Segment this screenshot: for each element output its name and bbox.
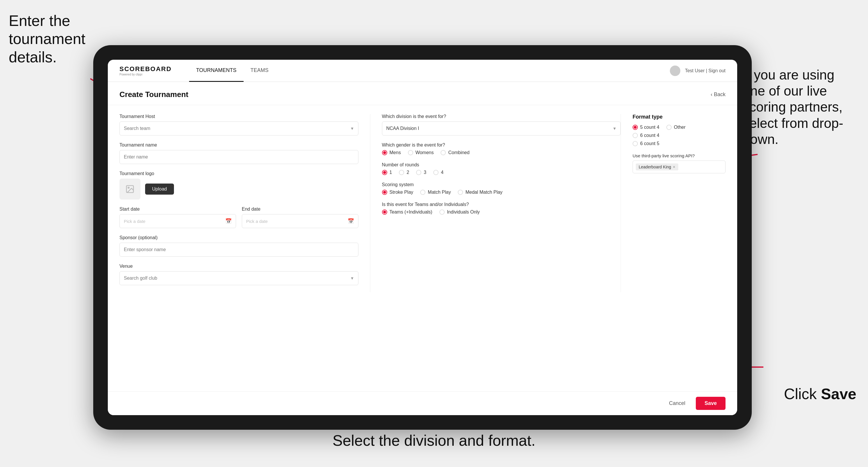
nav-link-teams[interactable]: TEAMS	[244, 60, 276, 82]
rounds-label: Number of rounds	[382, 162, 621, 167]
annotation-bottomright: Click Save	[784, 385, 856, 403]
scoring-label: Scoring system	[382, 182, 621, 187]
event-type-individuals-label: Individuals Only	[447, 210, 480, 215]
format-col: Format type 5 count 4 Other	[621, 114, 725, 292]
event-type-label: Is this event for Teams and/or Individua…	[382, 202, 621, 207]
start-date-input[interactable]: Pick a date 📅	[120, 214, 236, 228]
rounds-1-radio[interactable]	[382, 170, 387, 175]
nav-link-tournaments[interactable]: TOURNAMENTS	[189, 60, 244, 82]
gender-combined[interactable]: Combined	[440, 150, 469, 155]
rounds-3-label: 3	[424, 170, 426, 175]
back-button[interactable]: ‹ Back	[711, 91, 725, 98]
form-body: Tournament Host ▼ Tournament name Tourna…	[108, 105, 737, 301]
page-header: Create Tournament ‹ Back	[108, 82, 737, 105]
date-row-group: Start date Pick a date 📅 End date Pick a…	[120, 207, 359, 228]
gender-womens-label: Womens	[415, 150, 434, 155]
scoring-medal-match-radio[interactable]	[458, 190, 463, 195]
rounds-radio-group: 1 2 3 4	[382, 170, 621, 175]
api-tag-remove[interactable]: ×	[673, 165, 675, 169]
format-other[interactable]: Other	[666, 125, 686, 130]
format-type-group: Format type 5 count 4 Other	[632, 114, 725, 146]
event-type-teams-radio[interactable]	[382, 210, 387, 215]
end-date-input[interactable]: Pick a date 📅	[242, 214, 359, 228]
gender-womens-radio[interactable]	[408, 150, 413, 155]
gender-combined-label: Combined	[448, 150, 469, 155]
tablet-screen: SCOREBOARD Powered by clippi TOURNAMENTS…	[108, 60, 737, 415]
sponsor-group: Sponsor (optional)	[120, 235, 359, 257]
tournament-host-group: Tournament Host ▼	[120, 114, 359, 135]
rounds-2-label: 2	[406, 170, 409, 175]
rounds-group: Number of rounds 1 2	[382, 162, 621, 175]
format-5count4-label: 5 count 4	[640, 125, 659, 130]
event-type-radio-group: Teams (+Individuals) Individuals Only	[382, 210, 621, 215]
event-type-individuals[interactable]: Individuals Only	[439, 210, 480, 215]
division-select[interactable]: NCAA Division I	[382, 122, 621, 135]
save-button[interactable]: Save	[696, 397, 725, 410]
api-tag-value: Leaderboard King	[639, 165, 671, 169]
format-type-label: Format type	[632, 114, 725, 120]
rounds-4[interactable]: 4	[433, 170, 443, 175]
rounds-3[interactable]: 3	[416, 170, 426, 175]
format-6count4-radio[interactable]	[632, 133, 638, 138]
gender-combined-radio[interactable]	[440, 150, 446, 155]
rounds-2[interactable]: 2	[399, 170, 409, 175]
format-6count4[interactable]: 6 count 4	[632, 133, 725, 138]
api-tag-input[interactable]: Leaderboard King ×	[632, 160, 725, 173]
division-value: NCAA Division I	[386, 126, 419, 131]
sponsor-input[interactable]	[120, 243, 359, 257]
event-type-teams[interactable]: Teams (+Individuals)	[382, 210, 432, 215]
tournament-name-input[interactable]	[120, 150, 359, 164]
division-wrapper: NCAA Division I ▼	[382, 122, 621, 135]
format-options: 5 count 4 Other 6 count 4	[632, 125, 725, 146]
format-6count5[interactable]: 6 count 5	[632, 141, 725, 146]
svg-point-2	[128, 187, 129, 188]
search-golf-club-input[interactable]	[120, 271, 359, 285]
api-group: Use third-party live scoring API? Leader…	[632, 153, 725, 173]
rounds-2-radio[interactable]	[399, 170, 404, 175]
logo-upload-area: Upload	[120, 179, 359, 199]
scoring-medal-match-label: Medal Match Play	[465, 190, 502, 195]
gender-mens[interactable]: Mens	[382, 150, 401, 155]
gender-group: Which gender is the event for? Mens Wome…	[382, 143, 621, 155]
calendar-icon-end: 📅	[348, 218, 354, 224]
gender-label: Which gender is the event for?	[382, 143, 621, 148]
tournament-logo-label: Tournament logo	[120, 171, 359, 176]
gender-womens[interactable]: Womens	[408, 150, 434, 155]
rounds-3-radio[interactable]	[416, 170, 421, 175]
upload-button[interactable]: Upload	[145, 184, 174, 195]
format-other-radio[interactable]	[666, 125, 672, 130]
gender-radio-group: Mens Womens Combined	[382, 150, 621, 155]
tournament-name-label: Tournament name	[120, 143, 359, 148]
cancel-button[interactable]: Cancel	[663, 397, 691, 410]
event-type-individuals-radio[interactable]	[439, 210, 445, 215]
rounds-4-label: 4	[441, 170, 443, 175]
format-options-row1: 5 count 4 Other	[632, 125, 725, 130]
user-avatar	[670, 66, 680, 76]
search-team-input[interactable]	[120, 122, 359, 135]
format-5count4-radio[interactable]	[632, 125, 638, 130]
format-6count5-label: 6 count 5	[640, 141, 659, 146]
form-col-left: Tournament Host ▼ Tournament name Tourna…	[120, 114, 370, 292]
start-date-group: Start date Pick a date 📅	[120, 207, 236, 228]
scoring-medal-match[interactable]: Medal Match Play	[458, 190, 502, 195]
logo-placeholder	[120, 179, 141, 199]
division-label: Which division is the event for?	[382, 114, 621, 119]
rounds-1[interactable]: 1	[382, 170, 392, 175]
tournament-host-label: Tournament Host	[120, 114, 359, 119]
save-bold-text: Save	[821, 385, 856, 402]
scoring-stroke-label: Stroke Play	[390, 190, 413, 195]
tablet-frame: SCOREBOARD Powered by clippi TOURNAMENTS…	[93, 45, 752, 430]
gender-mens-label: Mens	[390, 150, 401, 155]
scoring-match-radio[interactable]	[420, 190, 425, 195]
page-title: Create Tournament	[120, 90, 188, 99]
scoring-stroke[interactable]: Stroke Play	[382, 190, 413, 195]
gender-mens-radio[interactable]	[382, 150, 387, 155]
nav-links: TOURNAMENTS TEAMS	[189, 60, 670, 82]
start-date-label: Start date	[120, 207, 236, 212]
scoring-match[interactable]: Match Play	[420, 190, 451, 195]
format-6count5-radio[interactable]	[632, 141, 638, 146]
scoring-stroke-radio[interactable]	[382, 190, 387, 195]
rounds-4-radio[interactable]	[433, 170, 438, 175]
rounds-1-label: 1	[390, 170, 392, 175]
format-5count4[interactable]: 5 count 4	[632, 125, 659, 130]
